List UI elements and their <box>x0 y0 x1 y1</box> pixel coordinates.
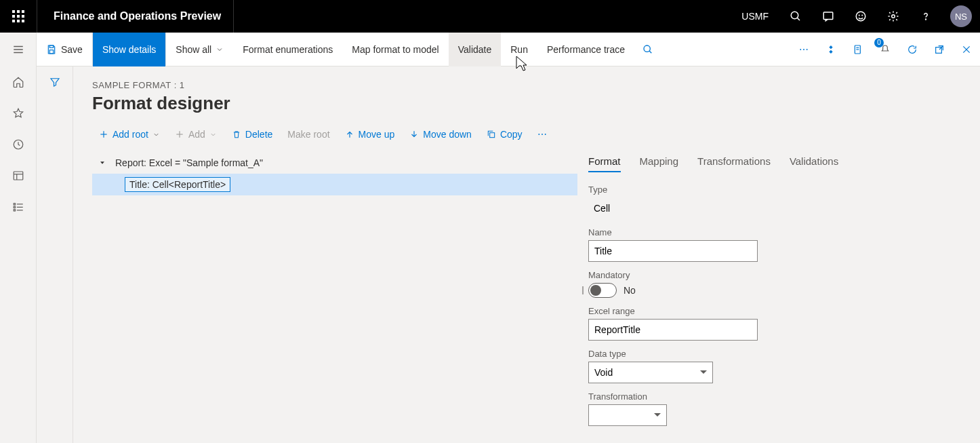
breadcrumb: SAMPLE FORMAT : 1 <box>92 80 964 90</box>
svg-rect-44 <box>490 133 495 138</box>
format-tree: Report: Excel = "Sample format_A" Title:… <box>92 152 577 443</box>
transformation-select[interactable] <box>588 404 667 426</box>
message-count-badge: 0 <box>874 38 884 47</box>
left-nav <box>0 33 37 443</box>
app-title: Finance and Operations Preview <box>37 10 221 22</box>
user-avatar[interactable]: NS <box>950 5 972 27</box>
svg-rect-31 <box>49 50 53 53</box>
close-icon[interactable] <box>953 33 980 66</box>
svg-point-32 <box>644 45 650 52</box>
topbar: Finance and Operations Preview USMF NS <box>0 0 980 33</box>
format-enumerations-button[interactable]: Format enumerations <box>233 33 342 66</box>
svg-rect-0 <box>12 10 15 13</box>
data-type-select[interactable]: Void <box>588 362 713 383</box>
svg-rect-21 <box>14 172 23 180</box>
svg-line-33 <box>649 51 651 53</box>
copy-button[interactable]: Copy <box>480 125 529 144</box>
move-down-button[interactable]: Move down <box>403 125 478 144</box>
recent-clock-icon[interactable] <box>0 129 37 160</box>
move-up-button[interactable]: Move up <box>338 125 402 144</box>
save-label: Save <box>61 44 83 55</box>
attachments-icon[interactable] <box>844 33 872 66</box>
search-icon[interactable] <box>779 0 812 33</box>
svg-rect-1 <box>17 10 20 13</box>
message-bar-icon[interactable]: 0 <box>872 33 899 66</box>
name-field[interactable] <box>588 240 758 262</box>
action-pane: Save Show details Show all Format enumer… <box>37 33 980 66</box>
search-in-page-icon[interactable] <box>634 33 661 66</box>
tree-node-label: Title: Cell<ReportTitle> <box>125 177 230 192</box>
show-all-button[interactable]: Show all <box>166 33 233 66</box>
svg-rect-5 <box>22 15 24 18</box>
svg-rect-26 <box>14 206 15 208</box>
svg-rect-11 <box>823 12 833 20</box>
svg-point-15 <box>892 15 895 18</box>
hamburger-menu-icon[interactable] <box>0 33 37 66</box>
more-ellipsis-icon[interactable]: ⋯ <box>531 125 554 144</box>
svg-rect-7 <box>17 20 20 22</box>
map-format-to-model-button[interactable]: Map format to model <box>342 33 448 66</box>
svg-rect-3 <box>12 15 15 18</box>
excel-range-label: Excel range <box>588 306 964 316</box>
environment-label[interactable]: USMF <box>731 11 779 22</box>
svg-rect-8 <box>22 20 24 22</box>
help-icon[interactable] <box>910 0 942 33</box>
feedback-smile-icon[interactable] <box>844 0 877 33</box>
favorites-star-icon[interactable] <box>0 98 37 129</box>
splitter-handle-icon[interactable]: || <box>581 285 583 294</box>
tab-transformations[interactable]: Transformations <box>697 155 771 172</box>
filter-panel <box>37 66 73 443</box>
tab-format[interactable]: Format <box>588 155 621 172</box>
properties-tabs: Format Mapping Transformations Validatio… <box>588 152 964 175</box>
properties-panel: Format Mapping Transformations Validatio… <box>577 152 964 443</box>
show-details-button[interactable]: Show details <box>93 33 165 66</box>
design-toolbar: Add root Add Delete Make root <box>92 125 964 144</box>
tab-mapping[interactable]: Mapping <box>640 155 679 172</box>
filter-funnel-icon[interactable] <box>49 76 61 443</box>
modules-list-icon[interactable] <box>0 191 37 223</box>
add-button[interactable]: Add <box>168 125 224 144</box>
run-button[interactable]: Run <box>501 33 537 66</box>
tree-root-row[interactable]: Report: Excel = "Sample format_A" <box>92 152 577 174</box>
messages-icon[interactable] <box>812 0 844 33</box>
refresh-icon[interactable] <box>899 33 926 66</box>
mandatory-label: Mandatory <box>588 270 964 280</box>
excel-range-field[interactable] <box>588 319 758 341</box>
svg-point-13 <box>859 15 859 16</box>
app-launcher-waffle-icon[interactable] <box>0 0 37 33</box>
settings-gear-icon[interactable] <box>877 0 910 33</box>
more-ellipsis-icon[interactable]: ⋯ <box>790 33 817 66</box>
type-label: Type <box>588 185 964 195</box>
add-root-button[interactable]: Add root <box>92 125 167 144</box>
tree-child-row[interactable]: Title: Cell<ReportTitle> <box>92 174 577 195</box>
type-field <box>588 197 713 219</box>
performance-trace-button[interactable]: Performance trace <box>537 33 634 66</box>
svg-point-12 <box>856 12 865 21</box>
svg-rect-24 <box>14 204 15 205</box>
name-label: Name <box>588 227 964 237</box>
svg-rect-6 <box>12 20 15 22</box>
save-button[interactable]: Save <box>37 33 92 66</box>
svg-rect-4 <box>17 15 20 18</box>
page-title: Format designer <box>92 93 964 114</box>
mandatory-value: No <box>624 285 636 296</box>
svg-point-16 <box>926 19 926 20</box>
svg-rect-28 <box>14 210 15 211</box>
svg-line-10 <box>797 18 800 20</box>
home-icon[interactable] <box>0 66 37 98</box>
collapse-caret-icon[interactable] <box>98 159 107 166</box>
svg-point-14 <box>862 15 863 16</box>
mandatory-toggle[interactable] <box>588 283 617 298</box>
separator <box>233 0 234 33</box>
make-root-button[interactable]: Make root <box>281 125 336 144</box>
popout-icon[interactable] <box>926 33 953 66</box>
related-info-icon[interactable] <box>817 33 844 66</box>
workspaces-icon[interactable] <box>0 160 37 191</box>
svg-point-9 <box>791 12 798 19</box>
transformation-label: Transformation <box>588 391 964 402</box>
tree-node-label: Report: Excel = "Sample format_A" <box>111 156 267 170</box>
tab-validations[interactable]: Validations <box>790 155 838 172</box>
data-type-label: Data type <box>588 349 964 359</box>
delete-button[interactable]: Delete <box>225 125 279 144</box>
validate-button[interactable]: Validate <box>449 33 502 66</box>
